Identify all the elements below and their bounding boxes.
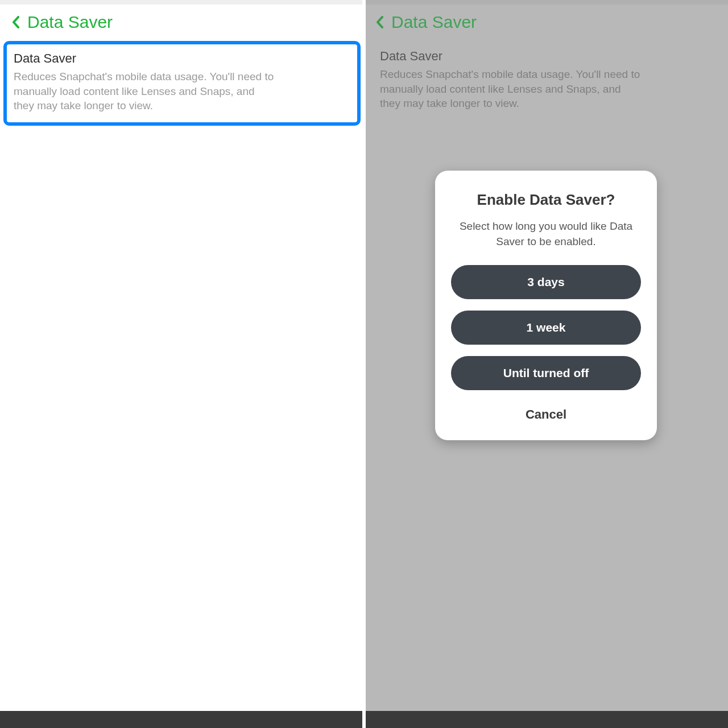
modal-overlay: Enable Data Saver? Select how long you w…	[364, 0, 728, 728]
left-screenshot: Data Saver Data Saver Reduces Snapchat's…	[0, 0, 364, 728]
pane-divider	[362, 0, 366, 728]
setting-title: Data Saver	[14, 51, 350, 66]
bottom-nav-bar	[0, 711, 364, 728]
page-title: Data Saver	[27, 13, 113, 32]
dialog-subtitle: Select how long you would like Data Save…	[456, 219, 636, 249]
option-1-week-button[interactable]: 1 week	[451, 311, 641, 345]
enable-data-saver-dialog: Enable Data Saver? Select how long you w…	[435, 171, 657, 440]
status-bar-strip	[0, 0, 364, 5]
setting-description: Reduces Snapchat's mobile data usage. Yo…	[14, 69, 275, 113]
bottom-nav-bar	[364, 711, 728, 728]
header-bar: Data Saver	[0, 5, 364, 41]
cancel-button[interactable]: Cancel	[451, 402, 641, 425]
data-saver-setting-row[interactable]: Data Saver Reduces Snapchat's mobile dat…	[3, 41, 361, 126]
option-3-days-button[interactable]: 3 days	[451, 265, 641, 299]
dialog-title: Enable Data Saver?	[451, 191, 641, 209]
right-screenshot: Data Saver Data Saver Reduces Snapchat's…	[364, 0, 728, 728]
back-button[interactable]	[10, 14, 22, 30]
option-until-off-button[interactable]: Until turned off	[451, 356, 641, 390]
chevron-left-icon	[12, 16, 20, 28]
